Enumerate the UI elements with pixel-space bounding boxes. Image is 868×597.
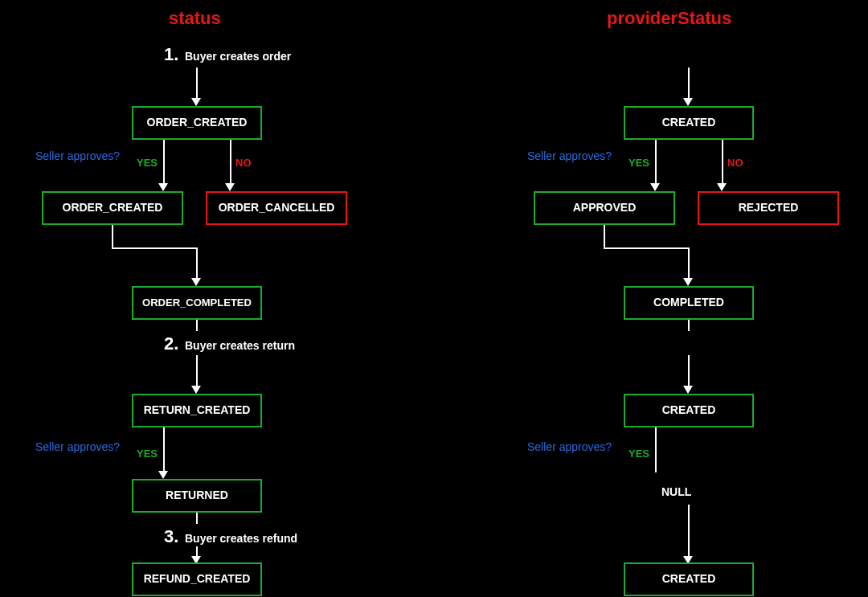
arrow — [112, 225, 113, 249]
arrow — [112, 247, 197, 249]
arrow — [688, 320, 690, 331]
arrow — [163, 427, 165, 472]
arrow — [196, 513, 198, 524]
arrow-head — [683, 98, 693, 106]
arrow — [655, 427, 657, 472]
step1-text: Buyer creates order — [185, 50, 291, 63]
right-box-yes: APPROVED — [534, 191, 675, 225]
yes-1-left: YES — [137, 157, 158, 169]
title-status: status — [169, 8, 221, 29]
arrow — [163, 140, 165, 185]
left-box-returned: RETURNED — [132, 479, 262, 513]
left-box-refund-created: REFUND_CREATED — [132, 562, 262, 596]
arrow — [196, 320, 198, 331]
prompt-seller-2-left: Seller approves? — [35, 440, 120, 453]
step1-num: 1. — [164, 44, 178, 65]
arrow-head — [717, 183, 727, 191]
left-box-yes: ORDER_CREATED — [42, 191, 183, 225]
arrow-head — [683, 278, 693, 286]
right-box-refund-created: CREATED — [624, 562, 754, 596]
step2-num: 2. — [164, 333, 178, 354]
left-box-return-created: RETURN_CREATED — [132, 394, 262, 427]
title-providerstatus: providerStatus — [607, 8, 731, 29]
arrow-head — [191, 386, 201, 394]
arrow — [230, 140, 231, 185]
prompt-seller-2-right: Seller approves? — [527, 440, 612, 453]
step3-text: Buyer creates refund — [185, 532, 297, 545]
yes-2-right: YES — [628, 448, 649, 460]
arrow-head — [158, 183, 168, 191]
arrow-head — [191, 98, 201, 106]
arrow — [688, 355, 690, 387]
arrow — [196, 355, 198, 387]
right-box-completed: COMPLETED — [624, 286, 754, 320]
arrow-head — [650, 183, 660, 191]
arrow-head — [191, 278, 201, 286]
prompt-seller-1-left: Seller approves? — [35, 149, 120, 162]
arrow — [688, 505, 690, 558]
arrow — [722, 140, 723, 185]
right-null-text: NULL — [661, 485, 691, 498]
prompt-seller-1-right: Seller approves? — [527, 149, 612, 162]
arrow — [688, 67, 690, 100]
no-1-right: NO — [727, 157, 743, 169]
arrow — [655, 140, 657, 185]
arrow-head — [158, 471, 168, 479]
diagram-canvas: status providerStatus 1. Buyer creates o… — [0, 0, 868, 597]
right-box-no: REJECTED — [698, 191, 839, 225]
left-box-no: ORDER_CANCELLED — [206, 191, 347, 225]
right-box-return-created: CREATED — [624, 394, 754, 427]
arrow-head — [225, 183, 235, 191]
arrow — [688, 247, 690, 280]
yes-2-left: YES — [137, 448, 158, 460]
arrow — [604, 247, 689, 249]
step2-text: Buyer creates return — [185, 339, 295, 352]
arrow-head — [683, 386, 693, 394]
right-box-1: CREATED — [624, 106, 754, 140]
no-1-left: NO — [235, 157, 252, 169]
left-box-1: ORDER_CREATED — [132, 106, 262, 140]
arrow — [196, 67, 198, 100]
arrow — [604, 225, 605, 249]
left-box-completed: ORDER_COMPLETED — [132, 286, 262, 320]
step3-num: 3. — [164, 526, 178, 547]
yes-1-right: YES — [628, 157, 649, 169]
arrow — [196, 247, 198, 280]
